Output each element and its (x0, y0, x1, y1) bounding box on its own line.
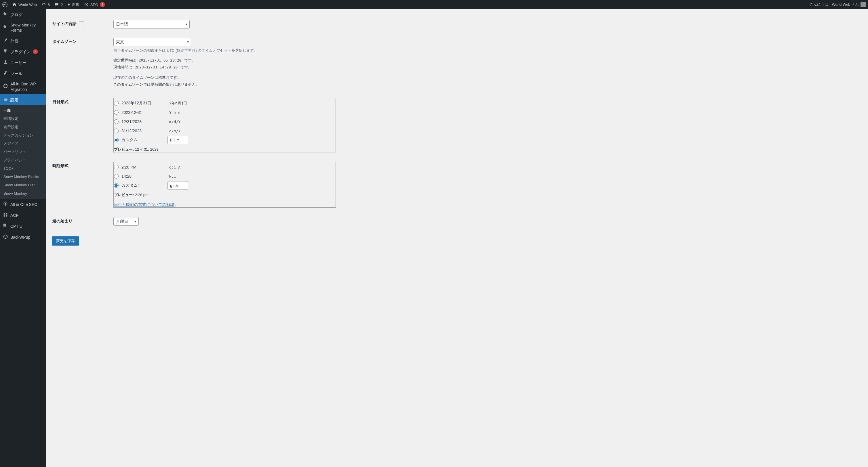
sidebar-subitem-4[interactable]: メディア (0, 139, 46, 148)
week-start-select[interactable]: 月曜日 (114, 217, 139, 226)
grid-icon (3, 212, 8, 219)
user-icon (3, 60, 8, 66)
svg-rect-7 (6, 213, 7, 214)
sidebar-item-0[interactable]: ブログ (0, 9, 46, 20)
date-format-fieldset: 2023年12月31日Y年n月j日2023-12-31Y-m-d12/31/20… (114, 98, 336, 153)
sidebar-subitem-2[interactable]: 表示設定 (0, 123, 46, 131)
site-language-label: サイトの言語 (52, 15, 110, 33)
svg-rect-10 (3, 224, 5, 225)
date-option-2[interactable]: 12/31/2023 (114, 118, 156, 125)
svg-rect-11 (5, 224, 6, 225)
date-option-1[interactable]: 2023-12-31 (114, 109, 156, 116)
circle-icon (3, 234, 8, 240)
datetime-doc-link[interactable]: 日付と時刻の書式についての解説 (114, 202, 175, 207)
svg-point-2 (86, 4, 87, 5)
sidebar-item-6[interactable]: All-in-One WP Migration (0, 79, 46, 94)
pin-icon (3, 11, 8, 18)
admin-sidebar: ブログSnow Monkey Forms外観プラグイン3ユーザーツールAll-i… (0, 9, 46, 251)
sidebar-item-7[interactable]: 設定 (0, 94, 46, 105)
local-time-line: 現地時間は 2023-12-31 14:28:28 です。 (114, 65, 336, 70)
site-name: World Web (19, 3, 37, 7)
seo-count-badge: 7 (100, 2, 105, 7)
svg-rect-12 (3, 225, 5, 227)
sidebar-subitem-10[interactable]: Snow Monkey (0, 190, 46, 198)
seo-link[interactable]: SEO 7 (82, 0, 107, 9)
svg-point-0 (3, 2, 7, 7)
sidebar-item-9[interactable]: ACF (0, 210, 46, 221)
new-content-link[interactable]: + 新規 (65, 0, 82, 9)
time-format-fieldset: 2:28 PMg:i A14:28H:iカスタム:プレビュー: 2:28 pm日… (114, 162, 336, 208)
gear-icon (3, 201, 8, 208)
svg-point-3 (5, 60, 6, 62)
sidebar-item-5[interactable]: ツール (0, 68, 46, 79)
site-name-link[interactable]: World Web (10, 0, 39, 9)
sidebar-item-3[interactable]: プラグイン3 (0, 46, 46, 57)
settings-icon (3, 97, 8, 103)
sidebar-count: 3 (33, 49, 38, 54)
sidebar-subitem-0[interactable]: 一般 (0, 106, 46, 115)
svg-point-14 (4, 235, 7, 239)
svg-rect-13 (5, 225, 6, 227)
week-start-label: 週の始まり (52, 213, 110, 230)
pin-icon (3, 25, 8, 31)
timezone-select[interactable]: 東京 (114, 38, 191, 46)
sidebar-subitem-8[interactable]: Snow Monkey Blocks (0, 173, 46, 181)
time-option-1[interactable]: 14:28 (114, 173, 156, 180)
site-language-select[interactable]: 日本語 (114, 20, 190, 29)
avatar (861, 2, 866, 7)
utc-time-line: 協定世界時は 2023-12-31 05:28:28 です。 (114, 58, 336, 63)
sidebar-subitem-6[interactable]: プライバシー (0, 156, 46, 165)
seo-label: SEO (90, 3, 98, 7)
date-option-3[interactable]: 31/12/2023 (114, 127, 156, 134)
sidebar-subitem-3[interactable]: ディスカッション (0, 131, 46, 140)
timezone-desc: 同じタイムゾーンの都市または UTC (協定世界時) のタイムオフセットを選択し… (114, 48, 336, 53)
svg-rect-6 (4, 213, 5, 214)
greeting-text: こんにちは、World Web さん (810, 2, 859, 7)
tz-std-line: 現在のこのタイムゾーンは標準時です。 (114, 75, 336, 80)
translate-icon (79, 22, 84, 26)
save-button[interactable]: 変更を保存 (52, 236, 79, 245)
sidebar-item-11[interactable]: BackWPup (0, 232, 46, 243)
wp-logo[interactable] (0, 0, 10, 9)
svg-rect-9 (6, 215, 7, 216)
sidebar-item-8[interactable]: All in One SEO (0, 199, 46, 210)
comments-count: 2 (61, 3, 63, 7)
sidebar-subitem-1[interactable]: 投稿設定 (0, 115, 46, 123)
date-option-0[interactable]: 2023年12月31日 (114, 100, 156, 107)
time-option-0[interactable]: 2:28 PM (114, 164, 156, 170)
sidebar-item-1[interactable]: Snow Monkey Forms (0, 20, 46, 35)
svg-rect-8 (4, 215, 5, 216)
tool-icon (3, 70, 8, 77)
account-link[interactable]: こんにちは、World Web さん (807, 0, 868, 9)
updates-link[interactable]: 6 (39, 0, 52, 9)
sidebar-item-10[interactable]: CPT UI (0, 221, 46, 232)
updates-count: 6 (48, 3, 50, 7)
svg-point-4 (4, 84, 7, 88)
time-preview: プレビュー: 2:28 pm (114, 192, 336, 198)
timezone-label: タイムゾーン (52, 33, 110, 93)
tz-dst-line: このタイムゾーンでは夏時間の慣行はありません。 (114, 82, 336, 87)
plug-icon (3, 48, 8, 55)
comments-link[interactable]: 2 (52, 0, 65, 9)
squares-icon (3, 223, 8, 230)
time-option-custom[interactable]: カスタム: (114, 182, 156, 189)
sidebar-item-2[interactable]: 外観 (0, 35, 46, 46)
date-option-custom[interactable]: カスタム: (114, 136, 156, 144)
brush-icon (3, 38, 8, 44)
date-preview: プレビュー: 12月 31, 2023 (114, 147, 336, 152)
svg-point-5 (5, 203, 6, 204)
time-format-label: 時刻形式 (52, 158, 110, 212)
circle-icon (3, 84, 8, 90)
sidebar-subitem-7[interactable]: TOC+ (0, 165, 46, 173)
date-format-label: 日付形式 (52, 94, 110, 157)
sidebar-item-4[interactable]: ユーザー (0, 57, 46, 68)
sidebar-subitem-9[interactable]: Snow Monkey Diet (0, 181, 46, 190)
time-custom-input[interactable] (167, 181, 188, 190)
new-label: 新規 (72, 2, 80, 7)
sidebar-subitem-5[interactable]: パーマリンク (0, 148, 46, 156)
date-custom-input[interactable] (167, 136, 188, 144)
